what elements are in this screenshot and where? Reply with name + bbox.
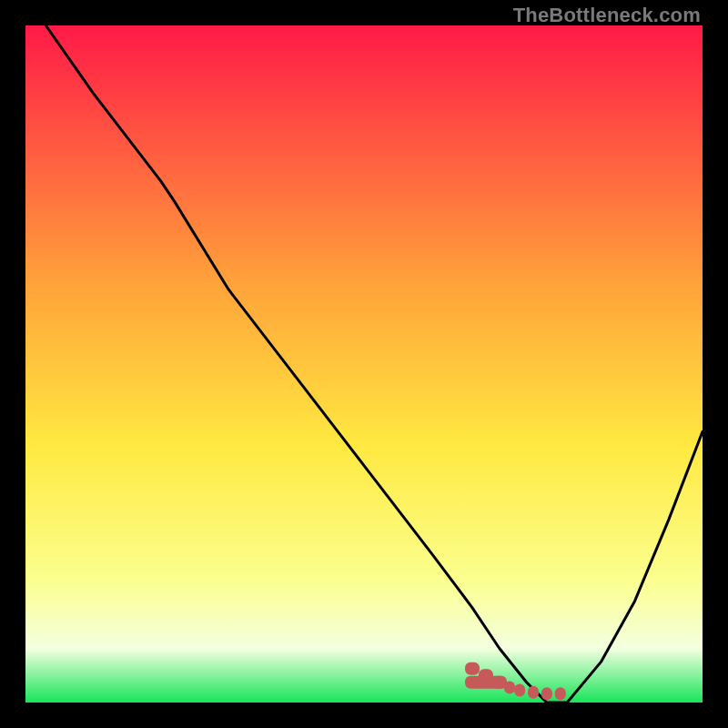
highlight-dot [528,686,539,699]
highlight-dot [504,682,515,694]
plot-frame [25,25,703,703]
highlight-dot [555,687,566,700]
highlight-dot [541,687,552,700]
highlight-dot [465,662,480,675]
highlight-dot [514,684,525,697]
gradient-background [25,25,703,703]
watermark-text: TheBottleneck.com [513,4,701,27]
bottleneck-chart [25,25,703,703]
highlight-dot [479,669,493,682]
